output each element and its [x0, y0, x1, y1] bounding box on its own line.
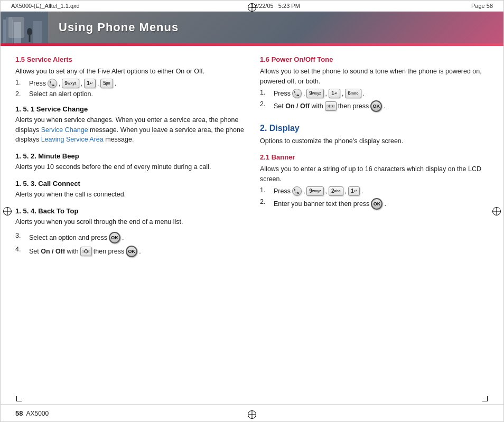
step-2-right-content: Set On / Off with then press OK . — [274, 100, 386, 112]
service-change-link: Service Change — [41, 126, 88, 134]
key-1-b1: 1↵ — [348, 186, 360, 196]
main-content: 1.5 Service Alerts Allows you to set any… — [1, 46, 503, 269]
step-1-banner-content: Press , 9wxyz , 2abc , 1↵ . — [274, 186, 363, 196]
key-ok-3: OK — [109, 232, 120, 243]
page-label: Page 58 — [471, 3, 493, 9]
key-phone-r1 — [292, 89, 302, 98]
footer-page-num: 58 — [15, 409, 23, 417]
step-3-content: Select an option and press OK . — [29, 232, 124, 243]
step-1-right: 1. Press , 9wxyz , 1↵ , 6mno . — [260, 89, 489, 98]
left-column: 1.5 Service Alerts Allows you to set any… — [15, 55, 244, 259]
key-phone-1 — [48, 79, 57, 88]
section-1-6-title: 1.6 Power On/Off Tone — [260, 55, 489, 63]
key-ok-b2: OK — [371, 198, 382, 210]
subsection-1-5-3-title: 1. 5. 3. Call Connect — [15, 180, 244, 187]
key-1-r1: 1↵ — [329, 89, 340, 98]
section-2-intro: Options to customize the phone's display… — [260, 136, 489, 146]
section-2-1-title: 2.1 Banner — [260, 153, 489, 161]
step-2-banner: 2. Enter you banner text then press OK . — [260, 198, 489, 210]
section-1-5-title: 1.5 Service Alerts — [15, 55, 244, 63]
step-4-content: Set On / Off with then press OK . — [29, 246, 141, 257]
header-title: Using Phone Menus — [48, 21, 179, 34]
key-9way-b1: 9wxyz — [306, 186, 323, 196]
key-9way-r1: 9wxyz — [306, 89, 323, 98]
section-2-title: 2. Display — [260, 124, 489, 133]
step-3-left: 3. Select an option and press OK . — [15, 232, 244, 243]
step-2-text: Select an alert option. — [29, 90, 93, 98]
filename: AX5000-(E)_Alltel_1.1.qxd — [11, 3, 80, 9]
step-1-content: Press , 9wxyz , 1↵ , 5jkl . — [29, 79, 116, 88]
step-2-banner-content: Enter you banner text then press OK . — [274, 198, 386, 210]
svg-point-7 — [27, 28, 32, 35]
key-nav-4 — [80, 247, 92, 256]
leaving-area-link: Leaving Service Area — [41, 136, 104, 143]
svg-rect-13 — [326, 105, 335, 107]
reg-mark-left — [3, 207, 12, 215]
section-2-container: 2. Display Options to customize the phon… — [260, 124, 489, 146]
subsection-1-5-2-title: 1. 5. 2. Minute Beep — [15, 152, 244, 160]
footer: 58 AX5000 — [1, 405, 503, 421]
step-1-left: 1. Press , 9wxyz , 1↵ , 5jkl . — [15, 79, 244, 88]
key-2-b1: 2abc — [329, 186, 343, 196]
key-5jkl: 5jkl — [100, 79, 113, 88]
step-2-left: 2. Select an alert option. — [15, 90, 244, 98]
step-1-banner: 1. Press , 9wxyz , 2abc , 1↵ . — [260, 186, 489, 196]
right-column: 1.6 Power On/Off Tone Allows you to set … — [260, 55, 489, 259]
subsection-1-5-2-body: Alerts you 10 seconds before the end of … — [15, 162, 244, 172]
key-6-r1: 6mno — [345, 89, 361, 98]
crop-mark-bl — [16, 396, 22, 401]
step-4-left: 4. Set On / Off with then press OK . — [15, 246, 244, 257]
page: AX5000-(E)_Alltel_1.1.qxd 12/22/05 5:23 … — [0, 0, 504, 422]
subsection-1-5-1-title: 1. 5. 1 Service Change — [15, 105, 244, 113]
key-phone-b1 — [292, 186, 302, 196]
key-1a: 1↵ — [84, 79, 96, 88]
key-nav-r2 — [325, 101, 337, 111]
subsection-1-5-4-title: 1. 5. 4. Back To Top — [15, 207, 244, 215]
footer-model: AX5000 — [26, 410, 49, 417]
date-time: 12/22/05 5:23 PM — [251, 3, 300, 9]
step-2-right: 2. Set On / Off with then press OK . — [260, 100, 489, 112]
reg-mark-right — [492, 207, 501, 215]
svg-rect-10 — [82, 250, 90, 252]
subsection-1-5-1-body: Alerts you when service changes. When yo… — [15, 115, 244, 145]
subsection-1-5-4-body: Alerts you when you scroll through the e… — [15, 217, 244, 227]
section-1-5-intro: Allows you to set any of the Five Alert … — [15, 67, 244, 77]
step-1-right-content: Press , 9wxyz , 1↵ , 6mno . — [274, 89, 365, 98]
key-ok-r2: OK — [370, 100, 382, 112]
header-banner: Using Phone Menus — [1, 12, 503, 43]
header-image-svg — [1, 12, 48, 43]
step-num-1: 1. — [15, 79, 26, 86]
section-2-1-intro: Allows you to enter a string of up to 16… — [260, 164, 489, 184]
reg-mark-top — [248, 3, 256, 12]
crop-mark-br — [482, 396, 488, 401]
svg-rect-6 — [1, 12, 48, 43]
header-image — [1, 12, 48, 43]
section-1-6-intro: Allows you to set the phone to sound a t… — [260, 67, 489, 87]
key-ok-4: OK — [126, 246, 137, 257]
subsection-1-5-3-body: Alerts you when the call is connected. — [15, 190, 244, 200]
key-9way-1: 9wxyz — [62, 79, 79, 88]
